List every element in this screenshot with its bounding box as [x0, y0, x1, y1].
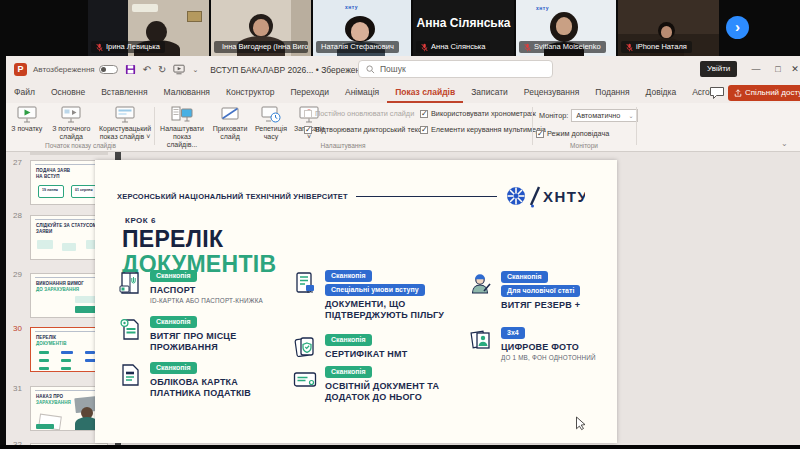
- tab-animations[interactable]: Анімація: [337, 83, 387, 103]
- doc-item-taxpayer-card[interactable]: Сканкопія ОБЛІКОВА КАРТКА ПЛАТНИКА ПОДАТ…: [117, 362, 275, 398]
- mouse-cursor: [575, 416, 587, 431]
- slide-header: ХЕРСОНСЬКИЙ НАЦІОНАЛЬНИЙ ТЕХНІЧНИЙ УНІВЕ…: [117, 184, 585, 208]
- slide-canvas[interactable]: ХЕРСОНСЬКИЙ НАЦІОНАЛЬНИЙ ТЕХНІЧНИЙ УНІВЕ…: [95, 160, 617, 443]
- quick-access-chevron-icon[interactable]: ⌄: [192, 66, 198, 74]
- monitor-field: Монітор: Автоматично⌄: [536, 109, 632, 122]
- participant-tile-nataliia-active-speaker[interactable]: хнту Наталія Стефанович: [313, 0, 411, 56]
- doc-title: ВИТЯГ ПРО МІСЦЕ ПРОЖИВАННЯ: [150, 331, 260, 352]
- collapse-ribbon-chevron-icon[interactable]: ⌄: [781, 139, 788, 148]
- share-button[interactable]: Спільний доступ: [728, 85, 800, 101]
- checkbox-play-narrations[interactable]: Відтворювати дикторський текст: [304, 125, 425, 134]
- ribbon-group-monitors: Монітор: Автоматично⌄ Режим доповідача М…: [536, 103, 632, 151]
- khntu-logo[interactable]: ХНТУ: [505, 184, 585, 208]
- custom-slideshow-icon: [114, 105, 136, 124]
- close-button[interactable]: ✕: [790, 56, 800, 83]
- badge-male-only: Для чоловічої статі: [501, 285, 580, 297]
- powerpoint-window: P Автозбереження ↶ ↻ ⌄ ВСТУП БАКАЛАВР 20…: [6, 56, 800, 445]
- window-bottom-edge: [0, 445, 800, 449]
- tab-home[interactable]: Основне: [43, 83, 93, 103]
- checkbox-show-media-controls[interactable]: Елементи керування мультимедіа: [420, 125, 546, 134]
- badge-scancopy: Сканкопія: [150, 316, 197, 328]
- checkbox-keep-slides-updated[interactable]: Постійно оновлювати слайди: [304, 109, 425, 118]
- participant-name-tag: iPhone Наталя: [621, 41, 692, 53]
- checkbox-box: [536, 130, 544, 138]
- group-label-monitors: Монітори: [536, 142, 632, 149]
- powerpoint-app-icon: P: [14, 63, 27, 76]
- doc-item-passport[interactable]: Сканкопія ПАСПОРТ ID-КАРТКА АБО ПАСПОРТ-…: [117, 270, 275, 304]
- tab-record[interactable]: Записати: [463, 83, 516, 103]
- search-input[interactable]: Пошук: [358, 60, 553, 78]
- digital-photo-icon: [468, 327, 494, 353]
- ribbon-group-setup: Налаштувати показ слайдів... Приховати с…: [156, 103, 530, 151]
- participant-tile-iphone-natalia[interactable]: iPhone Наталя: [618, 0, 719, 56]
- from-current-slide-icon: [60, 105, 82, 124]
- meeting-video-strip: Ірина Левицька Інна Вигоднер (Інна Виго.…: [0, 0, 800, 56]
- tab-transitions[interactable]: Переходи: [282, 83, 337, 103]
- participant-tile-svitlana[interactable]: хнту Svitlana Moiseienko: [516, 0, 616, 56]
- slide-number: 28: [13, 211, 22, 220]
- slide-title-line1[interactable]: ПЕРЕЛІК: [122, 226, 223, 253]
- from-current-slide-button[interactable]: З поточного слайда: [48, 103, 95, 141]
- tab-help[interactable]: Довідка: [638, 83, 685, 103]
- badge-scancopy: Сканкопія: [150, 362, 197, 374]
- ribbon: З початку З поточного слайда Користуваць…: [6, 103, 800, 152]
- doc-title: ЦИФРОВЕ ФОТО: [501, 342, 579, 353]
- autosave-toggle[interactable]: [99, 65, 118, 74]
- tab-review[interactable]: Рецензування: [516, 83, 587, 103]
- doc-item-residence[interactable]: Сканкопія ВИТЯГ ПРО МІСЦЕ ПРОЖИВАННЯ: [117, 316, 275, 352]
- hide-slide-button[interactable]: Приховати слайд: [210, 103, 250, 141]
- comments-icon[interactable]: [709, 86, 725, 100]
- start-slideshow-icon[interactable]: [173, 64, 185, 75]
- doc-item-education-document[interactable]: Сканкопія ОСВІТНІЙ ДОКУМЕНТ ТА ДОДАТОК Д…: [292, 366, 460, 402]
- military-reserve-icon: [468, 271, 494, 297]
- doc-subtitle: ID-КАРТКА АБО ПАСПОРТ-КНИЖКА: [150, 297, 263, 304]
- participant-tile-iryna[interactable]: Ірина Левицька: [88, 0, 209, 56]
- tab-view[interactable]: Подання: [587, 83, 637, 103]
- badge-scancopy: Сканкопія: [325, 366, 372, 378]
- doc-item-reserve-extract[interactable]: Сканкопія Для чоловічої статі ВИТЯГ РЕЗЕ…: [468, 271, 608, 311]
- participant-tile-inna[interactable]: Інна Вигоднер (Інна Виго...: [211, 0, 311, 56]
- maximize-button[interactable]: □: [768, 56, 788, 83]
- khntu-watermark-logo: хнту: [536, 5, 549, 11]
- minimize-button[interactable]: —: [746, 56, 766, 83]
- rehearse-timings-button[interactable]: Репетиція часу: [252, 103, 290, 141]
- badge-special-conditions: Спеціальні умови вступу: [325, 284, 425, 296]
- participant-name: Наталія Стефанович: [321, 42, 394, 52]
- work-area: 27 ПОДАЧА ЗАЯВНА ВСТУП 19 липня 01 серпн…: [6, 152, 800, 445]
- muted-mic-icon: [421, 43, 428, 52]
- tab-design[interactable]: Конструктор: [218, 83, 282, 103]
- custom-slideshow-button[interactable]: Користувацький показ слайдів ˅: [97, 103, 153, 141]
- tab-slideshow-active[interactable]: Показ слайдів: [387, 83, 463, 103]
- date-box: 19 липня: [38, 185, 64, 198]
- checkbox-use-timings[interactable]: Використовувати хронометраж: [420, 109, 546, 118]
- save-icon[interactable]: [125, 64, 136, 75]
- rehearse-timings-icon: [260, 105, 282, 124]
- university-name[interactable]: ХЕРСОНСЬКИЙ НАЦІОНАЛЬНИЙ ТЕХНІЧНИЙ УНІВЕ…: [117, 192, 348, 201]
- doc-item-digital-photo[interactable]: 3х4 ЦИФРОВЕ ФОТО ДО 1 МВ, ФОН ОДНОТОННИЙ: [468, 327, 608, 361]
- checkbox-presenter-view[interactable]: Режим доповідача: [536, 129, 632, 138]
- participant-name-tag: Інна Вигоднер (Інна Виго...: [214, 41, 308, 53]
- tab-file[interactable]: Файл: [6, 83, 43, 103]
- slide-step-label[interactable]: КРОК 6: [125, 216, 156, 225]
- doc-title: ОСВІТНІЙ ДОКУМЕНТ ТА ДОДАТОК ДО НЬОГО: [325, 381, 450, 402]
- sign-in-button[interactable]: Увійти: [700, 61, 737, 77]
- date-box: 01 серпня: [71, 185, 97, 198]
- doc-item-privilege-documents[interactable]: Сканкопія Спеціальні умови вступу ДОКУМЕ…: [292, 270, 460, 320]
- participant-name-tag: Анна Сілянська: [416, 41, 490, 53]
- muted-mic-icon: [626, 43, 633, 52]
- tab-insert[interactable]: Вставлення: [93, 83, 155, 103]
- doc-item-nmt-certificate[interactable]: Сканкопія СЕРТИФІКАТ НМТ: [292, 334, 460, 360]
- checkbox-box: [304, 110, 312, 118]
- participant-name: iPhone Наталя: [636, 42, 687, 52]
- checkbox-box: [420, 126, 428, 134]
- redo-icon[interactable]: ↻: [158, 64, 166, 75]
- tab-draw[interactable]: Малювання: [156, 83, 218, 103]
- undo-icon[interactable]: ↶: [143, 64, 151, 75]
- badge-scancopy: Сканкопія: [150, 270, 197, 282]
- next-participants-button[interactable]: ›: [726, 16, 749, 39]
- participant-tile-anna-camera-off[interactable]: Анна Сілянська Анна Сілянська: [413, 0, 514, 56]
- from-beginning-button[interactable]: З початку: [8, 103, 46, 133]
- participant-name-tag: Svitlana Moiseienko: [519, 41, 606, 53]
- muted-mic-icon: [524, 43, 531, 52]
- monitor-dropdown[interactable]: Автоматично⌄: [571, 109, 638, 122]
